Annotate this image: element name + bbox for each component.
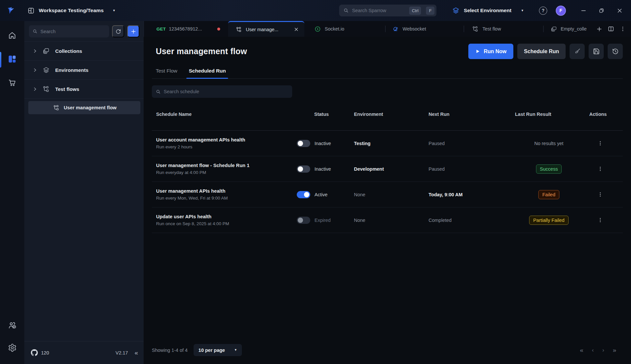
status-toggle[interactable] xyxy=(297,191,310,198)
refresh-button[interactable] xyxy=(112,25,124,37)
websocket-icon xyxy=(392,26,399,32)
environment-selector[interactable]: Select Environment ▼ xyxy=(452,7,524,14)
tab-overflow-menu-button[interactable] xyxy=(619,25,627,33)
github-star-count: 120 xyxy=(41,350,49,355)
column-header-last-run-result: Last Run Result xyxy=(508,112,589,117)
clear-flow-button[interactable] xyxy=(570,44,585,59)
status-toggle[interactable] xyxy=(297,165,310,173)
run-now-label: Run Now xyxy=(484,49,506,54)
save-button[interactable] xyxy=(589,44,604,59)
global-search-input[interactable] xyxy=(352,8,406,13)
rail-settings-button[interactable] xyxy=(8,343,17,352)
rail-marketplace-button[interactable] xyxy=(8,78,17,87)
main-content: User management flow Run Now Schedule Ru… xyxy=(144,37,631,364)
status-toggle[interactable] xyxy=(297,140,310,147)
per-page-select[interactable]: 10 per page ▼ xyxy=(194,344,242,356)
schedule-name: User account management APIs health xyxy=(156,137,297,142)
window-minimize-button[interactable] xyxy=(579,6,588,15)
schedule-search-input[interactable] xyxy=(164,89,288,94)
plus-icon xyxy=(596,26,602,32)
column-header-schedule-name: Schedule Name xyxy=(152,112,297,117)
add-new-button[interactable] xyxy=(127,25,139,37)
tab-websocket[interactable]: Websocket xyxy=(386,21,464,37)
new-tab-button[interactable] xyxy=(595,25,603,33)
tab-scheduled-run-view[interactable]: Scheduled Run xyxy=(189,68,226,78)
last-page-button[interactable]: » xyxy=(613,347,616,353)
kebab-menu-icon xyxy=(597,140,603,146)
sidebar-search[interactable] xyxy=(29,25,109,37)
row-actions-menu-button[interactable] xyxy=(596,216,604,225)
page-title: User management flow xyxy=(156,47,247,56)
sidebar-item-test-flows[interactable]: Test flows xyxy=(24,80,144,99)
first-page-button[interactable]: « xyxy=(580,347,584,353)
status-label: Inactive xyxy=(315,166,331,172)
tab-user-management-flow[interactable]: User manage... xyxy=(228,21,304,37)
chevron-right-icon xyxy=(33,49,37,53)
row-actions-menu-button[interactable] xyxy=(596,165,604,173)
run-now-button[interactable]: Run Now xyxy=(468,44,513,59)
next-page-button[interactable]: › xyxy=(602,347,604,353)
environment-value: Testing xyxy=(354,141,429,146)
sidebar-item-collections[interactable]: Collections xyxy=(24,42,144,61)
search-icon xyxy=(343,8,349,13)
tab-test-flow-view[interactable]: Test Flow xyxy=(156,68,177,78)
results-count: Showing 1-4 of 4 xyxy=(152,348,188,353)
rail-workspace-button[interactable] xyxy=(8,54,17,64)
sidebar-item-user-management-flow[interactable]: User management flow xyxy=(28,101,140,114)
split-view-button[interactable] xyxy=(607,25,615,33)
schedule-name: User management APIs health xyxy=(156,188,297,194)
github-icon[interactable] xyxy=(31,349,38,356)
flow-tabs: Test Flow Scheduled Run xyxy=(152,68,623,79)
help-button[interactable]: ? xyxy=(539,7,547,15)
column-header-environment: Environment xyxy=(354,112,429,117)
row-actions-menu-button[interactable] xyxy=(596,190,604,199)
global-search[interactable]: Ctrl F xyxy=(339,5,436,16)
history-button[interactable] xyxy=(608,44,623,59)
tab-label: User manage... xyxy=(246,27,289,32)
tab-close-button[interactable] xyxy=(292,26,300,33)
app-version: V2.17 xyxy=(116,350,128,355)
window-close-button[interactable] xyxy=(615,6,624,15)
status-label: Inactive xyxy=(315,141,331,146)
test-flow-icon xyxy=(236,27,242,32)
sidebar-item-label: Test flows xyxy=(55,86,79,92)
schedule-search[interactable] xyxy=(152,85,292,98)
window-restore-button[interactable] xyxy=(597,6,606,15)
column-header-status: Status xyxy=(297,112,354,117)
split-view-icon xyxy=(608,26,614,32)
next-run-value: Today, 9:00 AM xyxy=(429,192,508,197)
kebab-menu-icon xyxy=(597,192,603,197)
tab-test-flow[interactable]: Test flow xyxy=(464,21,543,37)
test-flow-icon xyxy=(53,105,59,111)
avatar[interactable]: F xyxy=(556,6,566,16)
environment-value: None xyxy=(354,192,429,197)
table-row: Update user APIs health Run once on Sep … xyxy=(152,207,623,233)
layers-icon xyxy=(452,7,459,14)
sidebar-item-environments[interactable]: Environments xyxy=(24,61,144,80)
column-header-actions: Actions xyxy=(589,112,623,117)
schedule-run-button[interactable]: Schedule Run xyxy=(517,44,566,59)
tab-socket-io[interactable]: Socket.io xyxy=(304,21,385,37)
environments-icon xyxy=(43,67,50,74)
schedule-recurrence: Run everyday at 4:00 PM xyxy=(156,170,297,175)
schedule-recurrence: Run every Mon, Wed, Fri at 9:00 AM xyxy=(156,196,297,201)
last-run-result-badge: Success xyxy=(536,164,562,174)
tab-get-request[interactable]: GET 12345678912... xyxy=(144,21,228,37)
sidebar-collapse-button[interactable]: « xyxy=(134,350,138,356)
save-icon xyxy=(593,48,600,55)
row-actions-menu-button[interactable] xyxy=(596,139,604,148)
sidebar-search-input[interactable] xyxy=(40,29,105,34)
last-run-result-badge: Failed xyxy=(538,190,559,199)
workspace-label: Workspace Testing/Teams xyxy=(39,8,104,13)
previous-page-button[interactable]: ‹ xyxy=(592,347,594,353)
active-rail-indicator xyxy=(0,52,1,68)
workspace-selector[interactable]: Workspace Testing/Teams ▼ xyxy=(28,7,115,14)
rail-home-button[interactable] xyxy=(8,31,17,40)
tab-empty-collection[interactable]: Empty_colle xyxy=(544,21,594,37)
per-page-caret-icon: ▼ xyxy=(234,349,237,352)
refresh-icon xyxy=(115,29,121,34)
test-flow-icon xyxy=(472,26,479,32)
rail-community-button[interactable] xyxy=(8,321,17,330)
workspace-caret-icon: ▼ xyxy=(113,9,116,12)
collection-icon xyxy=(551,26,557,32)
